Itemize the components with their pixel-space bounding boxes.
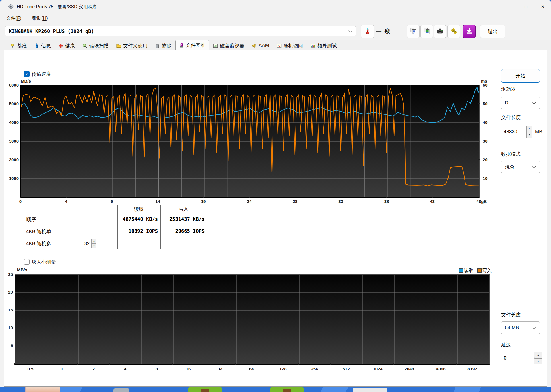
table-row-label: 4KB 随机单 bbox=[26, 228, 51, 235]
table-cell-read: 4675440 KB/s bbox=[119, 216, 158, 222]
x-axis-label: 1 bbox=[61, 366, 63, 371]
copy-text-button[interactable] bbox=[407, 25, 420, 38]
tab-label: 磁盘监视器 bbox=[220, 42, 244, 49]
axis-tick bbox=[478, 159, 480, 160]
tab-基准[interactable]: 基准 bbox=[6, 41, 30, 50]
save-button[interactable] bbox=[463, 25, 476, 38]
desktop-background bbox=[0, 387, 551, 392]
axis-tick bbox=[478, 178, 480, 178]
axis-tick bbox=[267, 363, 267, 365]
maximize-button[interactable]: □ bbox=[518, 0, 534, 13]
temperature-button[interactable] bbox=[361, 25, 374, 38]
chevron-down-icon bbox=[348, 28, 352, 34]
tab-额外测试[interactable]: 额外测试 bbox=[307, 41, 341, 50]
x-axis-label: 24 bbox=[247, 199, 252, 204]
desktop-icon[interactable] bbox=[353, 388, 387, 392]
y-axis-label-left: 3000 bbox=[4, 139, 19, 143]
table-cell-write: 2531437 KB/s bbox=[162, 216, 205, 222]
desktop-icon[interactable] bbox=[270, 387, 304, 392]
spin-up-icon[interactable]: ▲ bbox=[534, 352, 542, 358]
data-mode-label: 数据模式 bbox=[501, 151, 521, 157]
app-window: HD Tune Pro 5.75 - 硬盘/SSD 实用程序 — □ ✕ 文件(… bbox=[0, 0, 551, 387]
y-axis-label-left: 4000 bbox=[4, 120, 19, 125]
drive-combobox[interactable]: D: bbox=[501, 97, 540, 109]
x-axis-label: 4 bbox=[124, 366, 126, 371]
x-axis-label: 19 bbox=[201, 199, 206, 204]
desktop-icon[interactable] bbox=[188, 387, 222, 392]
delay-input[interactable]: 0 bbox=[501, 352, 531, 364]
tab-label: 文件基准 bbox=[186, 42, 205, 48]
table-cell-read: 10892 IOPS bbox=[119, 228, 158, 234]
error-scan-icon bbox=[82, 43, 87, 48]
tab-label: 文件夹使用 bbox=[123, 42, 148, 49]
menu-item-1[interactable]: 帮助(H) bbox=[32, 13, 48, 23]
tab-健康[interactable]: 健康 bbox=[55, 41, 79, 50]
axis-tick bbox=[478, 85, 480, 85]
spin-up-icon[interactable]: ▲ bbox=[526, 126, 532, 132]
block-size-checkbox-label: 块大小测量 bbox=[32, 259, 56, 265]
spin-up-icon[interactable]: ▲ bbox=[92, 239, 96, 244]
toolbar: KINGBANK KP260 PLUS (1024 gB) — 癈 bbox=[0, 23, 551, 40]
y-axis-label-right: 10 bbox=[483, 176, 494, 181]
options-button[interactable] bbox=[447, 25, 460, 38]
axis-tick bbox=[235, 363, 236, 365]
tab-AAM[interactable]: AAM bbox=[248, 41, 273, 50]
spin-down-icon[interactable]: ▼ bbox=[526, 132, 532, 138]
transfer-speed-checkbox[interactable]: ✓ bbox=[24, 71, 30, 77]
tab-错误扫描[interactable]: 错误扫描 bbox=[79, 41, 112, 50]
file-length-input[interactable]: 48830 bbox=[501, 126, 526, 138]
x-axis-label: 2 bbox=[92, 366, 95, 371]
thermometer-icon bbox=[364, 28, 371, 36]
close-button[interactable]: ✕ bbox=[534, 0, 551, 13]
y-axis-label-left: 6000 bbox=[4, 83, 19, 87]
queue-depth-input[interactable]: 32 bbox=[82, 239, 92, 248]
drive-combobox-value: D: bbox=[505, 100, 510, 106]
x-axis-label: 38 bbox=[384, 199, 389, 204]
axis-tick bbox=[14, 363, 15, 365]
axis-tick bbox=[249, 197, 250, 198]
spin-down-icon[interactable]: ▼ bbox=[534, 358, 542, 364]
x-axis-label: 14 bbox=[155, 199, 160, 204]
temperature-unit: 癈 bbox=[385, 26, 390, 36]
folder-usage-icon bbox=[116, 43, 121, 48]
axis-tick bbox=[109, 363, 110, 365]
block-size-checkbox[interactable] bbox=[24, 259, 30, 265]
file-length-2-combobox[interactable]: 64 MB bbox=[501, 321, 540, 334]
tab-文件基准[interactable]: 文件基准 bbox=[175, 40, 209, 50]
desktop-icon[interactable] bbox=[113, 388, 129, 392]
copy-image-icon bbox=[423, 28, 430, 36]
axis-tick bbox=[158, 197, 158, 198]
start-button[interactable]: 开始 bbox=[501, 69, 540, 83]
exit-button[interactable]: 退出 bbox=[480, 25, 505, 38]
y-axis-label-left: 10 bbox=[4, 325, 13, 330]
legend-swatch-读取 bbox=[459, 268, 463, 273]
table-row-label: 4KB 随机多 bbox=[26, 240, 51, 247]
transfer-speed-chart bbox=[20, 85, 480, 198]
table-cell-write: 29665 IOPS bbox=[162, 228, 205, 234]
x-axis-label: 28 bbox=[293, 199, 298, 204]
tab-随机访问[interactable]: 随机访问 bbox=[273, 41, 307, 50]
tab-label: 随机访问 bbox=[284, 42, 303, 49]
y-axis-label-left: 20 bbox=[4, 290, 13, 295]
minimize-button[interactable]: — bbox=[501, 0, 518, 13]
drive-selector[interactable]: KINGBANK KP260 PLUS (1024 gB) bbox=[5, 26, 356, 36]
tab-信息[interactable]: 信息 bbox=[30, 41, 55, 50]
axis-tick bbox=[172, 363, 173, 365]
spin-down-icon[interactable]: ▼ bbox=[92, 244, 96, 248]
screenshot-button[interactable] bbox=[434, 25, 446, 38]
titlebar: HD Tune Pro 5.75 - 硬盘/SSD 实用程序 — □ ✕ bbox=[0, 0, 551, 13]
data-mode-combobox[interactable]: 混合 bbox=[501, 161, 540, 173]
desktop-icon[interactable] bbox=[25, 387, 60, 392]
tab-label: 错误扫描 bbox=[89, 42, 109, 49]
copy-image-button[interactable] bbox=[420, 25, 433, 38]
axis-tick bbox=[203, 197, 204, 198]
tab-磁盘监视器[interactable]: 磁盘监视器 bbox=[209, 41, 248, 50]
table-header-line bbox=[25, 214, 461, 214]
menu-item-0[interactable]: 文件(F) bbox=[6, 13, 21, 23]
legend-swatch-写入 bbox=[477, 268, 482, 273]
tab-擦除[interactable]: 擦除 bbox=[151, 41, 175, 50]
y-axis-label-left: 1000 bbox=[4, 176, 19, 181]
axis-tick bbox=[77, 363, 78, 365]
tab-文件夹使用[interactable]: 文件夹使用 bbox=[112, 41, 151, 50]
tab-label: AAM bbox=[259, 43, 269, 48]
